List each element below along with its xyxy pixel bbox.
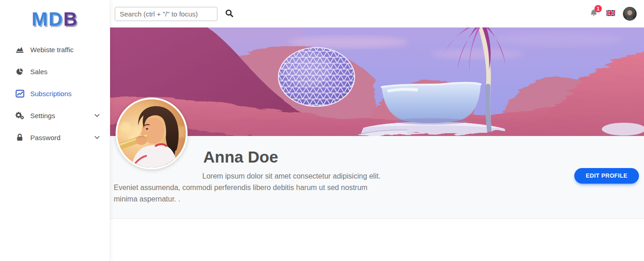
sidebar-item-website-traffic[interactable]: Webiste traffic: [0, 38, 110, 60]
main-area: 1: [110, 0, 644, 261]
sidebar-nav: Webiste traffic Sales Subscriptions: [0, 38, 110, 148]
sidebar-item-label: Sales: [30, 68, 48, 76]
chart-area-icon: [15, 45, 24, 54]
sidebar-item-sales[interactable]: Sales: [0, 60, 110, 82]
profile-section: Anna Doe Lorem ipsum dolor sit amet cons…: [110, 136, 644, 219]
search-button[interactable]: [223, 7, 235, 21]
sidebar-item-subscriptions[interactable]: Subscriptions: [0, 82, 110, 104]
lock-icon: [15, 133, 24, 142]
topbar: 1: [110, 0, 644, 27]
sidebar: MDB Webiste traffic Sales Subscriptions: [0, 0, 110, 261]
chart-line-icon: [15, 89, 24, 98]
notifications-button[interactable]: 1: [589, 8, 599, 20]
user-avatar[interactable]: [623, 7, 637, 21]
app-root: MDB Webiste traffic Sales Subscriptions: [0, 0, 644, 261]
profile-name: Anna Doe: [203, 136, 644, 166]
profile-banner-image: [110, 27, 644, 136]
search-input[interactable]: [115, 7, 217, 21]
sidebar-item-settings[interactable]: Settings: [0, 104, 110, 126]
profile-bio: Lorem ipsum dolor sit amet consectetur a…: [114, 170, 382, 205]
mdb-logo-text-b: B: [63, 8, 78, 30]
search-icon: [225, 9, 233, 19]
gears-icon: [15, 111, 24, 120]
sidebar-item-label: Password: [30, 134, 61, 141]
profile-avatar: [116, 98, 188, 169]
language-selector[interactable]: [606, 10, 615, 18]
topbar-right: 1: [589, 7, 637, 21]
mdb-logo-text-md: MD: [32, 8, 63, 30]
sidebar-item-label: Webiste traffic: [30, 46, 73, 54]
chevron-down-icon[interactable]: [94, 136, 100, 139]
chart-pie-icon: [15, 67, 24, 76]
edit-profile-button[interactable]: EDIT PROFILE: [574, 168, 639, 184]
sidebar-item-label: Subscriptions: [30, 90, 72, 98]
notification-badge: 1: [594, 5, 602, 12]
content-area: [110, 219, 644, 261]
sidebar-item-label: Settings: [30, 112, 55, 120]
sidebar-item-password[interactable]: Password: [0, 126, 110, 148]
uk-flag-icon: [606, 10, 615, 18]
mdb-logo[interactable]: MDB: [0, 0, 110, 38]
chevron-down-icon[interactable]: [94, 114, 100, 117]
